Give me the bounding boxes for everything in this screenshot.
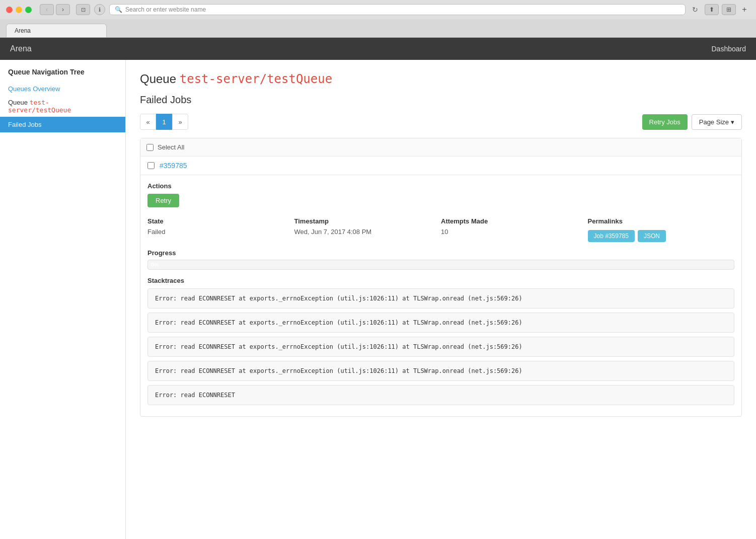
retry-jobs-button[interactable]: Retry Jobs [642, 114, 688, 130]
select-all-label[interactable]: Select All [158, 143, 184, 151]
retry-button[interactable]: Retry [147, 194, 179, 207]
page-header: Queue test-server/testQueue [140, 72, 742, 86]
pagination-next[interactable]: » [172, 114, 188, 130]
timestamp-value: Wed, Jun 7, 2017 4:08 PM [294, 228, 441, 236]
json-button[interactable]: JSON [638, 230, 666, 242]
reader-mode-button[interactable]: ⊡ [76, 4, 90, 15]
progress-bar-text: 0% [151, 262, 159, 268]
app-title: Arena [10, 44, 32, 53]
page-size-button[interactable]: Page Size ▾ [692, 114, 742, 130]
queue-label: Queue [8, 99, 28, 106]
traffic-lights [6, 7, 32, 13]
main-content: Queue test-server/testQueue Failed Jobs … [126, 60, 756, 539]
page-title: Queue test-server/testQueue [140, 72, 742, 86]
permalinks-header: Permalinks [588, 214, 735, 228]
attempts-header: Attempts Made [441, 214, 588, 228]
sidebar-title: Queue Navigation Tree [0, 68, 125, 82]
tab-title: Arena [15, 27, 31, 34]
stacktraces-section: Stacktraces Error: read ECONNRESET at ex… [147, 277, 734, 405]
search-icon: 🔍 [115, 6, 122, 13]
stacktraces-container: Error: read ECONNRESET at exports._errno… [147, 288, 734, 405]
forward-button[interactable]: › [56, 4, 70, 15]
search-bar[interactable]: 🔍 Search or enter website name [109, 4, 686, 15]
stacktrace-item: Error: read ECONNRESET at exports._errno… [147, 337, 734, 357]
job-checkbox[interactable] [147, 162, 155, 169]
job-body: Actions Retry State Failed Timestamp Wed… [140, 175, 741, 416]
actions-label: Actions [147, 182, 734, 190]
page-size-label: Page Size [699, 118, 729, 126]
sidebar: Queue Navigation Tree Queues Overview Qu… [0, 60, 126, 539]
share-button[interactable]: ⬆ [705, 4, 719, 15]
page-title-prefix: Queue [140, 72, 176, 86]
stacktrace-item: Error: read ECONNRESET at exports._errno… [147, 361, 734, 381]
page-queue-name: test-server/testQueue [180, 72, 332, 86]
search-placeholder: Search or enter website name [125, 6, 206, 13]
state-col: State Failed [147, 214, 294, 242]
pagination: « 1 » [140, 114, 188, 130]
progress-label: Progress [147, 249, 734, 257]
attempts-value: 10 [441, 228, 588, 236]
info-button[interactable]: ℹ [94, 4, 105, 15]
controls-row: « 1 » Retry Jobs Page Size ▾ [140, 114, 742, 130]
close-button[interactable] [6, 7, 13, 13]
timestamp-col: Timestamp Wed, Jun 7, 2017 4:08 PM [294, 214, 441, 242]
stacktraces-label: Stacktraces [147, 277, 734, 284]
stacktrace-item: Error: read ECONNRESET at exports._errno… [147, 288, 734, 309]
permalink-buttons: Job #359785 JSON [588, 230, 735, 242]
job-link-button[interactable]: Job #359785 [588, 230, 635, 242]
job-details: State Failed Timestamp Wed, Jun 7, 2017 … [147, 214, 734, 242]
action-buttons: Retry Jobs Page Size ▾ [642, 114, 742, 130]
browser-tab[interactable]: Arena [6, 24, 107, 37]
stacktrace-item: Error: read ECONNRESET at exports._errno… [147, 313, 734, 333]
state-value: Failed [147, 228, 294, 236]
job-card: Select All #359785 Actions Retry State [140, 138, 742, 417]
state-header: State [147, 214, 294, 228]
stacktrace-item: Error: read ECONNRESET [147, 385, 734, 405]
add-tab-button[interactable]: + [739, 4, 750, 15]
app-bar: Arena Dashboard [0, 38, 756, 60]
dashboard-link[interactable]: Dashboard [712, 45, 746, 53]
sidebar-queue-item: Queue test-server/testQueue [0, 96, 125, 117]
minimize-button[interactable] [16, 7, 22, 13]
chevron-down-icon: ▾ [731, 118, 734, 126]
pagination-current[interactable]: 1 [156, 114, 172, 130]
progress-bar-container: 0% [147, 260, 734, 270]
back-button[interactable]: ‹ [40, 4, 54, 15]
select-all-row: Select All [140, 138, 741, 157]
sidebar-item-queues-overview[interactable]: Queues Overview [0, 82, 125, 96]
job-id-link[interactable]: #359785 [160, 162, 187, 170]
select-all-checkbox[interactable] [146, 144, 154, 151]
fullscreen-button[interactable] [25, 7, 32, 13]
actions-section: Actions Retry [147, 182, 734, 207]
section-title: Failed Jobs [140, 94, 742, 106]
pagination-prev[interactable]: « [140, 114, 156, 130]
refresh-button[interactable]: ↻ [690, 4, 701, 15]
tabs-button[interactable]: ⊞ [722, 4, 736, 15]
attempts-col: Attempts Made 10 [441, 214, 588, 242]
progress-section: Progress 0% [147, 249, 734, 270]
sidebar-item-failed-jobs[interactable]: Failed Jobs [0, 117, 125, 132]
job-header: #359785 [140, 157, 741, 175]
permalinks-col: Permalinks Job #359785 JSON [588, 214, 735, 242]
address-bar: ℹ 🔍 Search or enter website name ↻ [94, 4, 701, 15]
timestamp-header: Timestamp [294, 214, 441, 228]
